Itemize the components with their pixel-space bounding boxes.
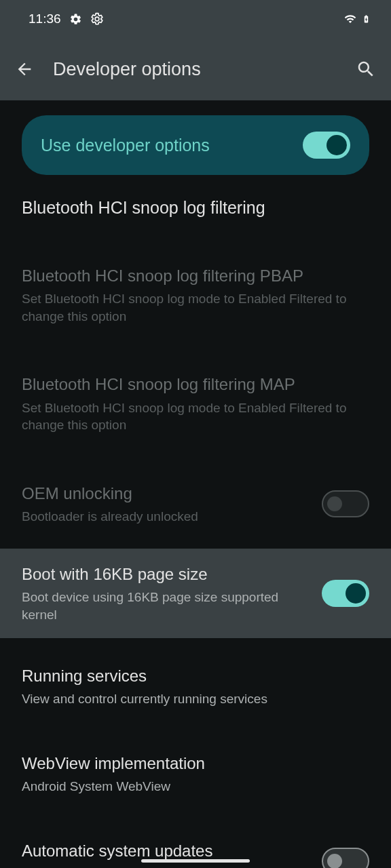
page-title: Developer options (53, 59, 337, 80)
toggle-boot-16kb[interactable] (322, 580, 369, 607)
master-toggle[interactable]: Use developer options (22, 115, 369, 175)
toggle-auto-updates[interactable] (322, 848, 369, 868)
status-time: 11:36 (29, 12, 61, 26)
setting-subtitle: Boot device using 16KB page size support… (22, 589, 308, 623)
setting-title: Bluetooth HCI snoop log filtering PBAP (22, 265, 369, 286)
settings-outline-icon (90, 12, 104, 26)
setting-subtitle: View and control currently running servi… (22, 690, 369, 708)
setting-subtitle: Bootloader is already unlocked (22, 508, 308, 526)
master-toggle-label: Use developer options (41, 136, 210, 155)
search-icon[interactable] (356, 59, 376, 79)
toggle-oem (322, 490, 369, 517)
setting-subtitle: Set Bluetooth HCI snoop log mode to Enab… (22, 290, 369, 325)
setting-subtitle: Android System WebView (22, 778, 369, 795)
content: Use developer options Bluetooth HCI snoo… (0, 115, 391, 868)
setting-title: WebView implementation (22, 753, 369, 774)
nav-indicator (141, 859, 250, 863)
setting-running-services[interactable]: Running services View and control curren… (0, 650, 391, 723)
battery-icon (362, 12, 371, 26)
setting-subtitle: Set Bluetooth HCI snoop log mode to Enab… (22, 399, 369, 434)
setting-title: OEM unlocking (22, 483, 308, 504)
setting-bt-pbap: Bluetooth HCI snoop log filtering PBAP S… (0, 250, 391, 340)
setting-title: Automatic system updates (22, 840, 308, 861)
section-header-bt-filtering: Bluetooth HCI snoop log filtering (0, 190, 391, 231)
status-bar: 11:36 (0, 0, 391, 38)
app-header: Developer options (0, 38, 391, 100)
wifi-icon (343, 13, 358, 25)
setting-subtitle: Apply updates when device restarts (22, 865, 308, 868)
status-right (343, 12, 371, 26)
setting-webview[interactable]: WebView implementation Android System We… (0, 738, 391, 810)
setting-oem-unlocking: OEM unlocking Bootloader is already unlo… (0, 468, 391, 540)
setting-title: Running services (22, 665, 369, 686)
setting-title: Boot with 16KB page size (22, 564, 308, 585)
master-toggle-switch[interactable] (303, 132, 350, 159)
setting-title: Bluetooth HCI snoop log filtering MAP (22, 374, 369, 395)
back-icon[interactable] (15, 60, 34, 79)
status-left: 11:36 (29, 12, 104, 26)
setting-boot-16kb[interactable]: Boot with 16KB page size Boot device usi… (0, 549, 391, 638)
settings-icon (69, 13, 82, 26)
setting-bt-map: Bluetooth HCI snoop log filtering MAP Se… (0, 359, 391, 448)
